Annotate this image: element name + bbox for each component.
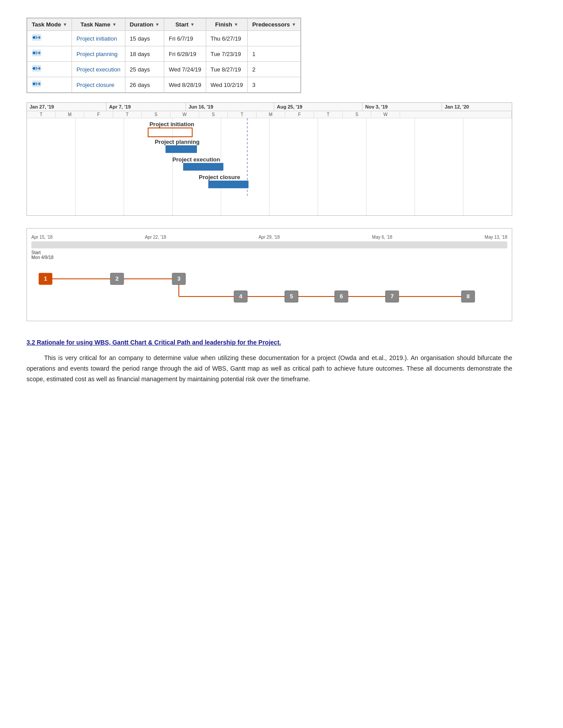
cp-dates-row: Apr 15, '18 Apr 22, '18 Apr 29, '18 May … [27, 233, 512, 241]
timeline-section-3: Aug 25, '19 [274, 103, 363, 111]
day-T: T [27, 111, 56, 118]
svg-point-3 [33, 52, 35, 54]
duration-dropdown-icon[interactable]: ▼ [155, 22, 159, 27]
table-row: Project execution 25 days Wed 7/24/19 Tu… [27, 62, 301, 77]
day-extra [400, 111, 512, 118]
task-mode-cell [27, 77, 72, 93]
svg-text:7: 7 [390, 293, 393, 300]
svg-text:8: 8 [466, 293, 469, 300]
cp-nodes-container: 1 2 3 4 5 6 [31, 263, 507, 316]
predecessors-cell: 3 [248, 77, 301, 93]
finish-dropdown-icon[interactable]: ▼ [234, 22, 238, 27]
start-cell: Wed 8/28/19 [164, 77, 206, 93]
svg-text:Project closure: Project closure [199, 174, 240, 180]
cp-date-3: Apr 29, '18 [258, 235, 280, 240]
svg-text:Project initiation: Project initiation [149, 121, 194, 128]
predecessors-dropdown-icon[interactable]: ▼ [291, 22, 296, 27]
cp-start-label: StartMon 4/9/18 [27, 250, 512, 260]
svg-text:3: 3 [177, 275, 180, 282]
duration-cell: 18 days [125, 46, 164, 62]
predecessors-cell: 2 [248, 62, 301, 77]
finish-cell: Wed 10/2/19 [206, 77, 247, 93]
day-S: S [142, 111, 170, 118]
col-task-name: Task Name ▼ [72, 19, 125, 31]
task-mode-icon [32, 64, 42, 74]
col-duration-label: Duration [130, 21, 153, 28]
timeline-section-0: Jan 27, '19 [27, 103, 106, 111]
day-F2: F [285, 111, 314, 118]
table-row: Project initiation 15 days Fri 6/7/19 Th… [27, 31, 301, 46]
task-mode-dropdown-icon[interactable]: ▼ [63, 22, 67, 27]
col-predecessors-label: Predecessors [252, 21, 290, 28]
col-start: Start ▼ [164, 19, 206, 31]
col-finish-label: Finish [215, 21, 232, 28]
timeline-header: Jan 27, '19Apr 7, '19Jun 16, '19Aug 25, … [27, 103, 512, 111]
task-name-cell: Project closure [72, 77, 125, 93]
day-W: W [170, 111, 199, 118]
section-heading: 3.2 Rationale for using WBS, Gantt Chart… [26, 339, 537, 346]
col-task-name-label: Task Name [80, 21, 110, 28]
cp-date-1: Apr 15, '18 [31, 235, 53, 240]
col-task-mode-label: Task Mode [32, 21, 61, 28]
task-mode-icon [32, 34, 42, 43]
table-header-row: Task Mode ▼ Task Name ▼ Duration ▼ [27, 19, 301, 31]
table-row: Project closure 26 days Wed 8/28/19 Wed … [27, 77, 301, 93]
day-S2: S [199, 111, 228, 118]
col-finish: Finish ▼ [206, 19, 247, 31]
section-body: This is very critical for an company to … [26, 353, 512, 384]
task-mode-cell [27, 62, 72, 77]
gantt-chart-container: Jan 27, '19Apr 7, '19Jun 16, '19Aug 25, … [26, 102, 512, 216]
day-F: F [84, 111, 113, 118]
svg-rect-18 [148, 128, 193, 137]
gantt-table: Task Mode ▼ Task Name ▼ Duration ▼ [27, 18, 301, 93]
day-T2: T [113, 111, 142, 118]
svg-text:4: 4 [239, 293, 242, 300]
timeline-days-row: T M F T S W S T M F T S W [27, 111, 512, 118]
cp-bottom-bar [31, 241, 507, 248]
cp-date-4: May 6, '18 [372, 235, 393, 240]
timeline-section-1: Apr 7, '19 [106, 103, 186, 111]
task-mode-icon [32, 49, 42, 59]
cp-date-5: May 13, '18 [485, 235, 507, 240]
svg-point-1 [33, 36, 35, 39]
gantt-body: Project initiation Project planning Proj… [27, 118, 512, 215]
table-row: Project planning 18 days Fri 6/28/19 Tue… [27, 46, 301, 62]
start-cell: Fri 6/7/19 [164, 31, 206, 46]
day-M2: M [257, 111, 285, 118]
start-dropdown-icon[interactable]: ▼ [190, 22, 195, 27]
task-mode-icon [32, 80, 42, 90]
col-predecessors: Predecessors ▼ [248, 19, 301, 31]
cp-date-2: Apr 22, '18 [145, 235, 166, 240]
col-start-label: Start [175, 21, 189, 28]
task-name-cell: Project planning [72, 46, 125, 62]
task-name-dropdown-icon[interactable]: ▼ [112, 22, 117, 27]
cp-svg: 1 2 3 4 5 6 [31, 263, 507, 316]
svg-rect-24 [208, 181, 248, 188]
svg-text:6: 6 [340, 293, 343, 300]
svg-text:5: 5 [290, 293, 293, 300]
day-S3: S [343, 111, 371, 118]
day-W2: W [371, 111, 400, 118]
duration-cell: 26 days [125, 77, 164, 93]
day-T4: T [314, 111, 343, 118]
timeline-section-5: Jan 12, '20 [442, 103, 512, 111]
predecessors-cell: 1 [248, 46, 301, 62]
task-name-cell: Project initiation [72, 31, 125, 46]
svg-text:2: 2 [115, 275, 118, 282]
svg-rect-20 [166, 146, 196, 153]
task-mode-cell [27, 31, 72, 46]
gantt-svg: Project initiation Project planning Proj… [27, 118, 512, 215]
critical-path-container: Apr 15, '18 Apr 22, '18 Apr 29, '18 May … [26, 228, 512, 321]
finish-cell: Thu 6/27/19 [206, 31, 247, 46]
finish-cell: Tue 8/27/19 [206, 62, 247, 77]
task-mode-cell [27, 46, 72, 62]
timeline-section-2: Jun 16, '19 [186, 103, 274, 111]
svg-point-7 [33, 83, 35, 85]
duration-cell: 25 days [125, 62, 164, 77]
svg-point-5 [33, 67, 35, 70]
day-M: M [56, 111, 84, 118]
gantt-table-wrapper: Task Mode ▼ Task Name ▼ Duration ▼ [26, 18, 301, 93]
predecessors-cell [248, 31, 301, 46]
svg-text:Project execution: Project execution [172, 156, 220, 163]
day-T3: T [228, 111, 257, 118]
